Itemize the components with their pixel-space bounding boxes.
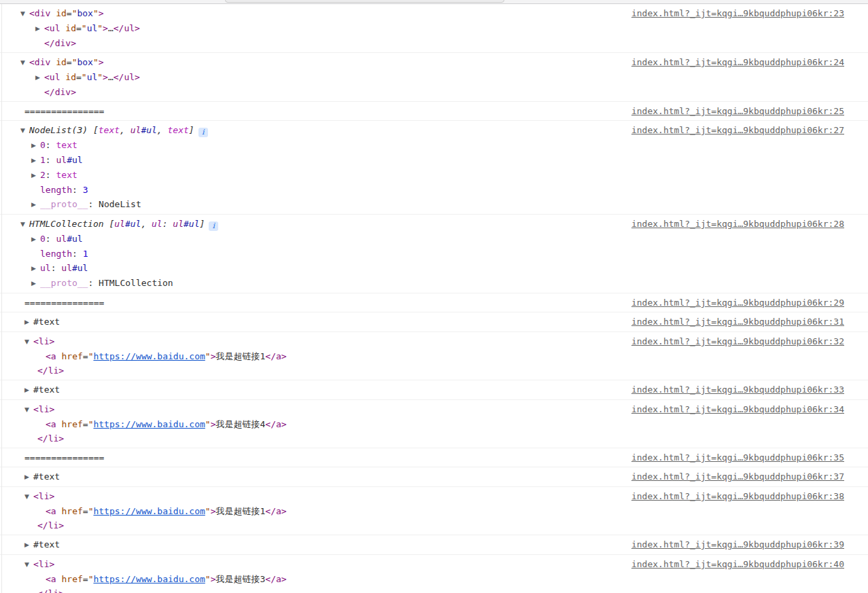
expand-arrow-icon[interactable]: ▼ bbox=[20, 7, 29, 21]
token-plain: 我是超链接4 bbox=[215, 419, 265, 429]
expand-arrow-icon[interactable]: ▶ bbox=[35, 22, 44, 36]
console-line: ▼NodeList(3) [text, ul#ul, text]i bbox=[20, 123, 631, 138]
token-tag: </li> bbox=[37, 433, 64, 444]
token-num: 3 bbox=[83, 185, 88, 195]
href-link[interactable]: https://www.baidu.com bbox=[93, 506, 205, 516]
expand-arrow-icon[interactable]: ▶ bbox=[31, 276, 40, 291]
console-line: ▼HTMLCollection [ul#ul, ul: ul#ul]i bbox=[20, 217, 631, 232]
token-plain: 我是超链接3 bbox=[215, 574, 265, 584]
token-attr: id bbox=[65, 72, 76, 82]
href-link[interactable]: https://www.baidu.com bbox=[93, 574, 205, 584]
token-plain: #text bbox=[33, 317, 60, 327]
console-line: ▶__proto__: HTMLCollection bbox=[20, 276, 631, 291]
expand-arrow-icon[interactable]: ▼ bbox=[20, 56, 29, 70]
source-link[interactable]: index.html?_ijt=kqgi…9kbquddphupi06kr:40 bbox=[631, 557, 844, 571]
token-plain: : bbox=[88, 278, 99, 288]
expand-arrow-icon[interactable]: ▼ bbox=[20, 124, 29, 138]
source-link[interactable]: index.html?_ijt=kqgi…9kbquddphupi06kr:29 bbox=[631, 295, 844, 310]
token-plain: … bbox=[108, 23, 114, 33]
token-plain: : bbox=[72, 185, 83, 195]
token-tag: <li> bbox=[33, 491, 54, 501]
source-link[interactable]: index.html?_ijt=kqgi…9kbquddphupi06kr:31 bbox=[631, 315, 844, 329]
console-line: ▼<div id="box"> bbox=[20, 6, 631, 21]
token-nid: #ul bbox=[67, 155, 82, 165]
expand-arrow-icon[interactable]: ▶ bbox=[31, 232, 40, 247]
expand-arrow-icon[interactable]: ▶ bbox=[31, 154, 40, 168]
token-plain: =============== bbox=[24, 298, 104, 308]
token-plain: = bbox=[83, 574, 88, 584]
token-tag: <div bbox=[29, 8, 50, 18]
expand-arrow-icon[interactable]: ▶ bbox=[35, 71, 44, 85]
token-iplain: : bbox=[162, 219, 173, 229]
console-line: </li> bbox=[20, 363, 631, 378]
source-link[interactable]: index.html?_ijt=kqgi…9kbquddphupi06kr:24 bbox=[631, 55, 844, 69]
token-tag: </li> bbox=[37, 520, 64, 531]
token-tag: </div> bbox=[44, 87, 76, 97]
console-filter-input[interactable] bbox=[225, 0, 504, 3]
console-message: ▶#textindex.html?_ijt=kqgi…9kbquddphupi0… bbox=[0, 535, 868, 555]
message-body: =============== bbox=[20, 450, 631, 465]
href-link[interactable]: https://www.baidu.com bbox=[93, 351, 205, 361]
token-tag: <ul bbox=[44, 72, 60, 82]
expand-arrow-icon[interactable]: ▶ bbox=[31, 198, 40, 212]
expand-arrow-icon[interactable]: ▼ bbox=[24, 490, 33, 504]
token-attr: href bbox=[61, 419, 82, 429]
token-tag: <ul bbox=[44, 23, 60, 33]
source-link[interactable]: index.html?_ijt=kqgi…9kbquddphupi06kr:33 bbox=[631, 382, 844, 397]
token-key: length bbox=[40, 185, 72, 195]
expand-arrow-icon[interactable]: ▶ bbox=[31, 262, 40, 276]
token-plain: #text bbox=[33, 539, 60, 550]
console-line: length: 1 bbox=[20, 247, 631, 261]
source-link[interactable]: index.html?_ijt=kqgi…9kbquddphupi06kr:34 bbox=[631, 402, 844, 416]
token-iplain: ] bbox=[189, 125, 194, 135]
expand-arrow-icon[interactable]: ▶ bbox=[24, 470, 33, 484]
info-icon[interactable]: i bbox=[209, 221, 218, 231]
source-link[interactable]: index.html?_ijt=kqgi…9kbquddphupi06kr:35 bbox=[631, 450, 844, 465]
source-link[interactable]: index.html?_ijt=kqgi…9kbquddphupi06kr:32 bbox=[631, 334, 844, 348]
info-icon[interactable]: i bbox=[198, 128, 208, 137]
token-plain: : bbox=[46, 140, 56, 150]
token-textnode: text bbox=[56, 170, 77, 180]
message-body: ▶#text bbox=[20, 382, 631, 397]
token-plain bbox=[50, 8, 56, 18]
token-key: 1 bbox=[40, 155, 46, 165]
expand-arrow-icon[interactable]: ▼ bbox=[24, 403, 33, 417]
source-link[interactable]: index.html?_ijt=kqgi…9kbquddphupi06kr:39 bbox=[631, 537, 844, 552]
token-itext: text bbox=[99, 125, 120, 135]
source-link[interactable]: index.html?_ijt=kqgi…9kbquddphupi06kr:27 bbox=[631, 123, 844, 137]
expand-arrow-icon[interactable]: ▶ bbox=[24, 383, 33, 397]
token-tag: <li> bbox=[33, 336, 54, 346]
console-line: ▶ul: ul#ul bbox=[20, 261, 631, 276]
token-key: ul bbox=[40, 263, 51, 273]
console-line: ▼<li> bbox=[20, 489, 631, 504]
token-key: 2 bbox=[40, 170, 46, 180]
token-iid: #ul bbox=[141, 125, 156, 135]
token-ntag: ul bbox=[61, 263, 72, 273]
expand-arrow-icon[interactable]: ▼ bbox=[24, 335, 33, 349]
token-plain: = bbox=[83, 506, 88, 516]
expand-arrow-icon[interactable]: ▼ bbox=[24, 558, 33, 572]
expand-arrow-icon[interactable]: ▼ bbox=[20, 217, 29, 232]
token-plain: : bbox=[46, 170, 56, 180]
message-body: ▼NodeList(3) [text, ul#ul, text]i▶0: tex… bbox=[20, 123, 631, 212]
console-message: ▼<li><a href="https://www.baidu.com">我是超… bbox=[0, 332, 868, 380]
token-tag: <a bbox=[46, 419, 56, 429]
token-tag: > bbox=[103, 72, 108, 82]
source-link[interactable]: index.html?_ijt=kqgi…9kbquddphupi06kr:23 bbox=[631, 6, 844, 20]
console-line: ▶#text bbox=[20, 315, 631, 329]
message-body: ▼<li><a href="https://www.baidu.com">我是超… bbox=[20, 334, 631, 378]
source-link[interactable]: index.html?_ijt=kqgi…9kbquddphupi06kr:37 bbox=[631, 469, 844, 484]
token-val: box bbox=[77, 8, 92, 18]
expand-arrow-icon[interactable]: ▶ bbox=[31, 168, 40, 183]
expand-arrow-icon[interactable]: ▶ bbox=[31, 139, 40, 153]
href-link[interactable]: https://www.baidu.com bbox=[93, 419, 205, 429]
source-link[interactable]: index.html?_ijt=kqgi…9kbquddphupi06kr:28 bbox=[631, 217, 844, 231]
console-line: ▼<li> bbox=[20, 402, 631, 417]
expand-arrow-icon[interactable]: ▶ bbox=[24, 315, 33, 329]
expand-arrow-icon[interactable]: ▶ bbox=[24, 538, 33, 552]
token-itag: ul bbox=[173, 219, 184, 229]
message-body: ▶#text bbox=[20, 537, 631, 552]
source-link[interactable]: index.html?_ijt=kqgi…9kbquddphupi06kr:25 bbox=[631, 104, 844, 118]
source-link[interactable]: index.html?_ijt=kqgi…9kbquddphupi06kr:38 bbox=[631, 489, 844, 503]
console-line: ▶<ul id="ul">…</ul> bbox=[20, 21, 631, 36]
